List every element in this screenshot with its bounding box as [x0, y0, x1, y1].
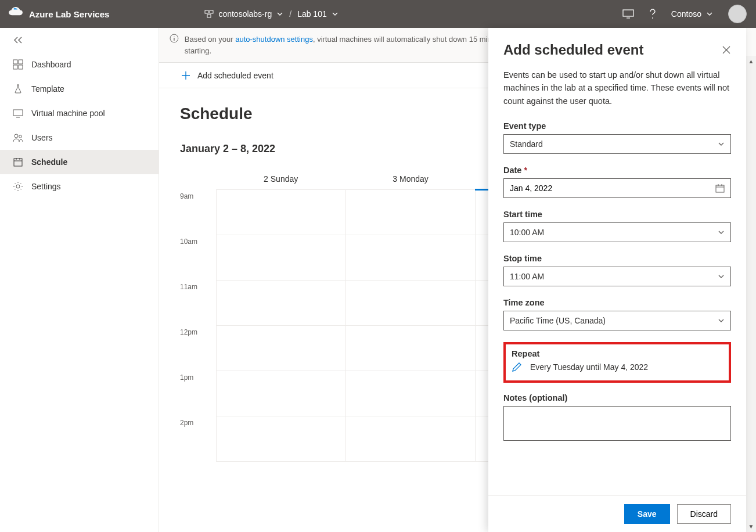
monitor-icon[interactable] [622, 9, 634, 19]
brand-title: Azure Lab Services [29, 9, 109, 19]
close-icon[interactable] [722, 45, 731, 55]
repeat-value: Every Tuesday until May 4, 2022 [530, 362, 648, 372]
chevron-down-icon [276, 10, 283, 17]
chevron-down-icon [718, 317, 725, 324]
scroll-down-icon[interactable]: ▼ [748, 521, 754, 532]
time-label: 11am [180, 281, 216, 326]
svg-rect-5 [13, 60, 17, 64]
time-label: 12pm [180, 326, 216, 371]
date-value[interactable] [510, 184, 715, 193]
sidebar: Dashboard Template Virtual machine pool … [0, 28, 159, 532]
svg-rect-2 [207, 15, 211, 17]
event-type-value: Standard [510, 139, 543, 149]
resource-group-icon [204, 9, 214, 19]
calendar-cell[interactable] [345, 416, 475, 462]
calendar-day-header[interactable]: 2 Sunday [216, 168, 345, 190]
stop-time-field: Stop time 11:00 AM [503, 254, 731, 286]
start-time-select[interactable]: 10:00 AM [503, 222, 731, 242]
start-time-field: Start time 10:00 AM [503, 210, 731, 242]
repeat-edit-button[interactable]: Every Tuesday until May 4, 2022 [512, 362, 723, 372]
help-icon[interactable] [649, 9, 656, 19]
info-icon [170, 34, 179, 43]
collapse-sidebar-button[interactable] [0, 28, 159, 52]
brand-block[interactable]: Azure Lab Services [0, 6, 117, 21]
event-type-label: Event type [503, 121, 731, 131]
stop-time-select[interactable]: 11:00 AM [503, 267, 731, 286]
calendar-cell[interactable] [345, 371, 475, 416]
calendar-cell[interactable] [345, 235, 475, 281]
sidebar-item-schedule[interactable]: Schedule [0, 150, 159, 174]
time-zone-select[interactable]: Pacific Time (US, Canada) [503, 311, 731, 330]
start-time-value: 10:00 AM [510, 228, 544, 237]
svg-rect-0 [205, 10, 208, 13]
svg-rect-8 [19, 65, 23, 69]
svg-rect-3 [623, 10, 633, 16]
repeat-highlight-box: Repeat Every Tuesday until May 4, 2022 [503, 342, 731, 383]
svg-rect-12 [14, 159, 22, 166]
chevron-down-icon [718, 273, 725, 280]
save-button[interactable]: Save [624, 504, 670, 524]
add-scheduled-event-button[interactable]: Add scheduled event [181, 71, 273, 80]
scroll-up-icon[interactable]: ▲ [748, 56, 754, 67]
calendar-cell[interactable] [216, 235, 345, 281]
sidebar-item-vm-pool[interactable]: Virtual machine pool [0, 101, 159, 125]
calendar-cell[interactable] [216, 416, 345, 462]
resource-group-picker[interactable]: contosolabs-rg [204, 9, 283, 19]
sidebar-item-dashboard[interactable]: Dashboard [0, 52, 159, 77]
pencil-icon [512, 362, 522, 372]
calendar-cell[interactable] [345, 326, 475, 371]
panel-intro: Events can be used to start up and/or sh… [503, 69, 731, 107]
sidebar-item-label: Users [31, 133, 53, 142]
avatar[interactable] [728, 5, 747, 23]
repeat-label: Repeat [512, 349, 723, 358]
chevron-down-icon [718, 141, 725, 148]
calendar-cell[interactable] [345, 190, 475, 235]
page-scrollbar[interactable]: ▲ ▼ [746, 56, 756, 532]
breadcrumb-separator: / [289, 9, 291, 19]
chevron-down-icon [718, 229, 725, 236]
calendar-cell[interactable] [216, 281, 345, 326]
calendar-cell[interactable] [216, 326, 345, 371]
calendar-cell[interactable] [345, 281, 475, 326]
account-menu[interactable]: Contoso [671, 9, 713, 19]
svg-point-11 [19, 135, 22, 138]
breadcrumb: contosolabs-rg / Lab 101 [204, 9, 338, 19]
lab-name: Lab 101 [297, 9, 327, 19]
chevron-down-icon [706, 10, 713, 17]
svg-rect-15 [716, 185, 724, 192]
calendar-cell[interactable] [216, 190, 345, 235]
top-bar: Azure Lab Services contosolabs-rg / Lab … [0, 0, 756, 28]
sidebar-item-label: Virtual machine pool [31, 109, 105, 118]
svg-point-13 [16, 185, 20, 188]
double-chevron-left-icon [13, 36, 23, 44]
gear-icon [13, 181, 23, 192]
time-zone-value: Pacific Time (US, Canada) [510, 316, 606, 325]
start-time-label: Start time [503, 210, 731, 219]
users-icon [13, 132, 23, 143]
stop-time-label: Stop time [503, 254, 731, 263]
panel-footer: Save Discard [488, 495, 746, 532]
sidebar-item-label: Dashboard [31, 60, 71, 69]
auto-shutdown-link[interactable]: auto-shutdown settings [235, 35, 313, 44]
required-indicator: * [524, 166, 527, 175]
event-type-select[interactable]: Standard [503, 134, 731, 154]
sidebar-item-template[interactable]: Template [0, 77, 159, 101]
sidebar-item-users[interactable]: Users [0, 125, 159, 150]
svg-rect-7 [13, 65, 17, 69]
time-zone-label: Time zone [503, 298, 731, 307]
notes-textarea[interactable] [503, 406, 731, 441]
time-label: 9am [180, 190, 216, 235]
sidebar-item-label: Settings [31, 182, 61, 191]
calendar-day-header[interactable]: 3 Monday [345, 168, 475, 190]
calendar-cell[interactable] [216, 371, 345, 416]
discard-button[interactable]: Discard [677, 504, 731, 524]
lab-picker[interactable]: Lab 101 [297, 9, 339, 19]
date-input[interactable] [503, 178, 731, 198]
resource-group-name: contosolabs-rg [218, 9, 272, 19]
svg-rect-6 [19, 60, 23, 64]
sidebar-item-settings[interactable]: Settings [0, 174, 159, 199]
top-right-controls: Contoso [622, 5, 756, 23]
sidebar-item-label: Schedule [31, 157, 67, 167]
time-label: 2pm [180, 416, 216, 462]
svg-rect-1 [210, 10, 213, 13]
